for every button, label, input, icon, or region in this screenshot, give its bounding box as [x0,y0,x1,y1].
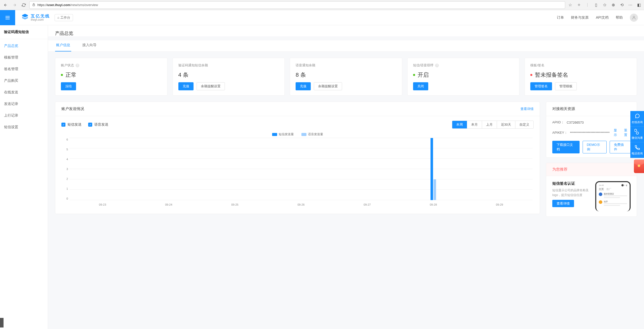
home-icon: ⌂ [57,16,59,19]
tab-1[interactable]: 接入向导 [81,40,98,51]
card-secondary-button[interactable]: 余额提醒设置 [314,82,342,90]
checkbox-sms[interactable]: ✓短信发送 [61,122,82,127]
forward-button[interactable] [11,2,18,9]
split-icon[interactable]: ▯ [593,3,599,7]
dock-item-0[interactable]: 在线咨询 [630,111,644,127]
console-button[interactable]: ⌂ 工作台 [55,14,73,21]
range-4[interactable]: 自定义 [515,121,533,128]
sidebar-item-3[interactable]: 产品购买 [0,75,48,87]
logo-text-en: ihuyi.com [31,18,50,21]
card-secondary-button[interactable]: 余额提醒设置 [197,82,225,90]
card-primary-button[interactable]: 管理签名 [530,82,552,90]
logo[interactable]: 互亿无线 ihuyi.com [21,13,50,22]
tabs: 账户信息接入向导 [48,40,644,52]
tab-0[interactable]: 账户信息 [55,40,71,51]
svg-rect-0 [33,4,35,6]
bar-group-09-27 [334,138,400,200]
plugin-button[interactable]: 免费插件 [610,141,631,153]
favorite-icon[interactable]: ☆ [567,3,573,7]
dock-item-1[interactable]: 微信沟通 [630,127,644,142]
status-card-1: 验证码通知短信余额 4 条 充值 余额提醒设置 [173,58,285,96]
send-stats-detail-link[interactable]: 查看详情 [520,107,534,111]
side-tag [0,318,4,327]
card-primary-button[interactable]: 关闭 [413,82,428,90]
card-value: 暂未报备签名 [530,71,631,79]
recommend-desc: 短信显示公司的品牌名称及logo，提升短信信任度 [552,188,591,198]
status-card-2: 语音通知余额 8 条 充值 余额提醒设置 [290,58,402,96]
bar-group-09-23 [69,138,136,200]
bar-group-09-26 [268,138,334,200]
favorites-bar-icon[interactable]: ✩ [602,3,608,7]
dock-item-2[interactable]: 电话咨询 [630,142,644,158]
card-value: 开启 [413,71,514,79]
sync-icon[interactable]: ⟲ [619,3,625,7]
download-api-docs-button[interactable]: 下载接口文档 [552,141,580,153]
resources-title: 对接相关资源 [552,106,575,111]
card-title: 账户状态? [61,63,162,68]
help-icon[interactable]: ? [435,64,439,67]
send-stats-panel: 账户发送情况 查看详情 ✓短信发送 ✓语音发送 本周本月上月近30天自定义 短信… [55,102,540,214]
browser-chrome: https://user.ihuyi.com/new/sms/overview … [0,0,644,10]
card-value: 8 条 [296,71,396,79]
demo-button[interactable]: DEMO示例 [583,141,607,153]
hamburger-menu[interactable] [0,10,15,25]
status-card-0: 账户状态? 正常 冻结 [55,58,168,96]
more-icon[interactable]: ⋯ [627,3,633,7]
apikey-masked: ******************************* [570,131,610,135]
status-cards-row: 账户状态? 正常 冻结 验证码通知短信余额 4 条 充值 余额提醒设置 语音通知… [55,58,637,96]
address-bar[interactable]: https://user.ihuyi.com/new/sms/overview [29,1,565,9]
red-envelope-icon[interactable] [634,159,644,173]
help-icon[interactable]: ? [76,64,79,67]
topnav-finance[interactable]: 财务与发票 [571,15,589,20]
dock-icon [634,145,640,151]
check-icon: ✓ [61,123,65,127]
card-primary-button[interactable]: 充值 [178,82,194,90]
sidebar-item-1[interactable]: 模板管理 [0,52,48,63]
sidebar-item-7[interactable]: 短信设置 [0,121,48,133]
legend-voice: 语音发送量 [301,132,323,136]
sidebar-item-5[interactable]: 发送记录 [0,98,48,110]
range-0[interactable]: 本周 [452,121,467,128]
sidebar-icon[interactable]: ◧ [636,3,642,7]
range-segment: 本周本月上月近30天自定义 [452,121,534,129]
recommend-detail-button[interactable]: 查看详情 [552,200,574,207]
sidebar-item-2[interactable]: 签名管理 [0,63,48,75]
back-button[interactable] [2,2,9,9]
card-title: 模板/签名 [530,63,631,68]
avatar[interactable] [630,14,638,22]
card-primary-button[interactable]: 充值 [296,82,311,90]
card-primary-button[interactable]: 冻结 [61,82,76,90]
collections-icon[interactable]: ⊕ [610,3,616,7]
status-card-4: 模板/签名 暂未报备签名 管理签名 管理模板 [524,58,637,96]
apikey-show-link[interactable]: 显示 [614,128,620,137]
bar-group-09-28 [400,138,466,200]
range-2[interactable]: 上月 [482,121,497,128]
console-button-label: 工作台 [60,15,70,20]
range-3[interactable]: 近30天 [497,121,515,128]
card-secondary-button[interactable]: 管理模板 [555,82,577,90]
topnav-api-docs[interactable]: API文档 [596,15,609,20]
logo-icon [21,13,29,22]
dock-icon [634,129,640,135]
apikey-row: APIKEY： ******************************* … [552,128,631,137]
recommend-panel: 为您推荐 短信签名认证 短信显示公司的品牌名称及logo，提升短信信任度 查看详… [546,163,637,217]
apiid-row: APIID： C37266573 [552,120,631,125]
lock-icon [32,3,35,7]
status-card-3: 短信/语音双呼? 开启 关闭 [407,58,520,96]
sidebar-item-0[interactable]: 产品总览 [0,40,48,52]
sidebar-item-6[interactable]: 上行记录 [0,110,48,121]
topnav-orders[interactable]: 订单 [557,15,564,20]
reload-button[interactable] [20,2,27,9]
checkbox-voice[interactable]: ✓语音发送 [88,122,108,127]
recommend-title: 短信签名认证 [552,181,591,186]
card-title: 短信/语音双呼? [413,63,514,68]
sidebar-item-4[interactable]: 在线发送 [0,87,48,98]
dock-icon [634,113,640,119]
recommend-header: 为您推荐 [546,163,637,176]
apikey-reset-link[interactable]: 重置 [624,128,631,137]
legend-sms: 短信发送量 [272,132,294,136]
topnav-help[interactable]: 帮助 [616,15,623,20]
extensions-icon[interactable]: ✧ [576,3,582,7]
resources-panel: 对接相关资源 APIID： C37266573 APIKEY： ********… [546,102,637,158]
range-1[interactable]: 本月 [467,121,482,128]
